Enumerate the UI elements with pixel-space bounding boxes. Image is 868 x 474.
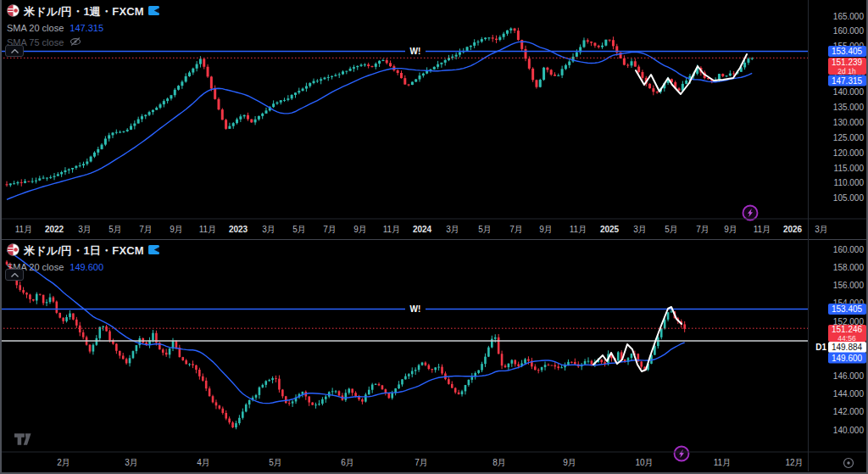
price-tick: 146.000	[833, 371, 865, 381]
svg-text:149.600: 149.600	[832, 354, 863, 363]
time-tick: 7月	[415, 458, 428, 467]
price-tick: 140.000	[833, 426, 865, 435]
price-tick: 120.000	[833, 148, 865, 158]
time-tick: 3月	[633, 225, 647, 234]
symbol-title[interactable]: 米ドル/円・1週・FXCM	[24, 4, 144, 20]
price-tick: 156.000	[833, 281, 865, 290]
legend-collapse-button-weekly[interactable]	[5, 45, 24, 57]
time-tick: 3月	[262, 225, 275, 234]
indicator-value: 147.315	[70, 23, 103, 33]
time-tick: 5月	[108, 225, 122, 234]
symbol-title[interactable]: 米ドル/円・1日・FXCM	[24, 243, 144, 259]
usdjpy-flag-icon	[7, 243, 19, 259]
time-tick: 2022	[45, 225, 64, 234]
price-tick: 130.000	[833, 118, 865, 127]
fxcm-logo-icon	[148, 243, 159, 259]
symbol-title-row[interactable]: 米ドル/円・1日・FXCM	[7, 244, 159, 258]
svg-text:151.246: 151.246	[832, 325, 863, 334]
time-tick: 3月	[125, 458, 138, 467]
time-tick: 12月	[785, 458, 803, 467]
axis-settings-icon[interactable]	[844, 459, 854, 468]
time-tick: 6月	[341, 458, 354, 467]
candles	[6, 260, 686, 429]
time-tick: 2026	[783, 225, 803, 234]
usdjpy-flag-icon	[7, 4, 19, 20]
time-tick: 2月	[57, 458, 70, 467]
sma-20-line[interactable]	[7, 251, 685, 404]
countdown-text: 2d 1h	[837, 67, 856, 75]
pane-legend-daily: 米ドル/円・1日・FXCM SMA 20 close 149.600	[7, 244, 159, 272]
symbol-title-row[interactable]: 米ドル/円・1週・FXCM	[7, 5, 159, 19]
time-tick: 2023	[229, 225, 248, 234]
svg-text:147.315: 147.315	[832, 76, 863, 86]
timeframe-marker: D1	[815, 343, 826, 352]
price-tick: 142.000	[833, 407, 865, 416]
alert-lightning-icon[interactable]	[675, 447, 689, 461]
time-tick: 5月	[269, 458, 282, 467]
time-tick: 11月	[570, 225, 587, 234]
svg-text:151.239: 151.239	[832, 58, 863, 67]
pane-1-plot	[6, 251, 686, 430]
pane-0-plot	[6, 27, 754, 199]
svg-text:153.405: 153.405	[832, 47, 863, 56]
time-tick: 9月	[563, 458, 576, 467]
pane-legend-weekly: 米ドル/円・1週・FXCM SMA 20 close 147.315 SMA 7…	[7, 5, 159, 47]
alert-lightning-icon[interactable]	[743, 206, 758, 220]
indicator-value: 149.600	[70, 262, 103, 272]
time-tick: 3月	[78, 225, 92, 234]
price-tick: 115.000	[834, 164, 865, 173]
price-tick: 165.000	[833, 12, 865, 21]
alert-line-label: W!	[410, 47, 421, 56]
time-tick: 2025	[600, 225, 620, 234]
svg-text:149.884: 149.884	[832, 343, 863, 352]
time-tick: 4月	[197, 458, 210, 467]
time-tick: 7月	[509, 225, 523, 234]
indicator-label: SMA 20 close	[7, 23, 64, 33]
time-tick: 3月	[815, 225, 828, 234]
price-tick: 105.000	[833, 193, 865, 203]
time-tick: 9月	[539, 225, 553, 234]
chart-window: W!165.000160.000155.000150.000145.000140…	[0, 0, 868, 474]
time-tick: 7月	[696, 225, 709, 234]
time-tick: 5月	[665, 225, 678, 234]
time-tick: 8月	[492, 458, 506, 467]
time-tick: 11月	[383, 225, 400, 234]
time-tick: 9月	[724, 225, 737, 234]
price-tick: 160.000	[833, 26, 865, 36]
price-tick: 125.000	[833, 133, 865, 142]
indicator-row-sma20[interactable]: SMA 20 close 147.315	[7, 22, 159, 33]
time-tick: 9月	[353, 225, 367, 234]
svg-text:153.405: 153.405	[832, 304, 863, 314]
alert-line-label: W!	[410, 304, 421, 314]
time-tick: 10月	[635, 458, 653, 467]
price-tick: 110.000	[834, 178, 865, 187]
time-tick: 11月	[15, 225, 32, 234]
price-tick: 160.000	[833, 245, 865, 254]
time-tick: 7月	[139, 225, 153, 234]
tradingview-watermark-logo	[14, 433, 31, 449]
charts-canvas[interactable]: W!165.000160.000155.000150.000145.000140…	[0, 0, 868, 474]
eye-off-icon[interactable]	[70, 36, 81, 48]
price-tick: 140.000	[833, 87, 865, 97]
countdown-text: 44:56	[837, 334, 856, 343]
time-tick: 3月	[446, 225, 459, 234]
price-tick: 158.000	[833, 263, 865, 272]
time-tick: 11月	[754, 225, 771, 234]
price-tick: 135.000	[833, 103, 865, 112]
price-tick: 144.000	[833, 389, 865, 399]
fxcm-logo-icon	[148, 4, 159, 20]
time-tick: 11月	[714, 458, 731, 467]
indicator-row-sma20[interactable]: SMA 20 close 149.600	[7, 261, 159, 272]
legend-collapse-button-daily[interactable]	[5, 269, 24, 281]
time-tick: 5月	[478, 225, 492, 234]
indicator-row-sma75-hidden[interactable]: SMA 75 close	[7, 36, 159, 47]
time-tick: 5月	[292, 225, 306, 234]
time-tick: 9月	[170, 225, 183, 234]
time-tick: 11月	[199, 225, 216, 234]
time-tick: 2024	[413, 225, 432, 234]
time-tick: 7月	[323, 225, 337, 234]
